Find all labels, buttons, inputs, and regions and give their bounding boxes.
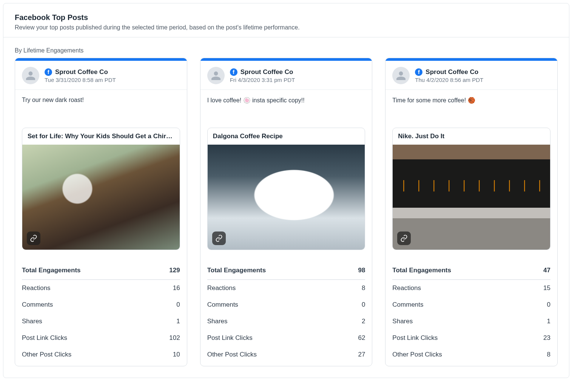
post-text: I love coffee! 🍥 insta specific copy!! (207, 97, 365, 125)
metric-label: Reactions (22, 284, 51, 292)
post-cards: f Sprout Coffee Co Tue 3/31/2020 8:58 am… (3, 58, 569, 378)
metric-comments: Comments 0 (392, 296, 550, 313)
facebook-icon: f (230, 68, 237, 76)
metric-comments: Comments 0 (207, 296, 365, 313)
post-timestamp: Fri 4/3/2020 3:31 pm PDT (230, 77, 295, 83)
post-timestamp: Tue 3/31/2020 8:58 am PDT (45, 77, 116, 83)
metric-value: 1 (547, 318, 550, 325)
link-icon (27, 231, 40, 245)
metric-post-link-clicks: Post Link Clicks 102 (22, 330, 180, 346)
metric-label: Shares (22, 318, 42, 325)
post-card[interactable]: f Sprout Coffee Co Fri 4/3/2020 3:31 pm … (200, 58, 373, 366)
metric-label: Shares (392, 318, 413, 325)
metric-value: 0 (362, 301, 365, 309)
metrics: Total Engagements 129 Reactions 16 Comme… (15, 257, 187, 366)
metric-reactions: Reactions 8 (207, 280, 365, 296)
metric-value: 16 (173, 284, 180, 292)
metric-comments: Comments 0 (22, 296, 180, 313)
link-preview[interactable]: Set for Life: Why Your Kids Should Get a… (22, 128, 180, 250)
account-name: Sprout Coffee Co (241, 68, 293, 76)
metric-value: 15 (543, 284, 550, 292)
metric-label: Total Engagements (207, 267, 266, 274)
link-icon (212, 231, 226, 245)
link-image (22, 145, 180, 250)
person-icon (210, 69, 222, 82)
link-title: Nike. Just Do It (393, 128, 550, 145)
metric-label: Post Link Clicks (207, 334, 253, 342)
metric-value: 102 (169, 334, 180, 342)
metric-label: Total Engagements (22, 267, 81, 274)
metric-total: Total Engagements 98 (207, 262, 365, 280)
person-icon (395, 69, 407, 82)
metric-value: 8 (362, 284, 365, 292)
metric-label: Total Engagements (392, 267, 451, 274)
metric-value: 47 (543, 267, 550, 274)
avatar (22, 67, 39, 84)
brand-bar (200, 58, 372, 61)
brand-bar (385, 58, 557, 61)
account-name: Sprout Coffee Co (55, 68, 108, 76)
card-header: f Sprout Coffee Co Thu 4/2/2020 8:56 am … (385, 61, 557, 90)
post-timestamp: Thu 4/2/2020 8:56 am PDT (415, 77, 483, 83)
panel-title: Facebook Top Posts (15, 13, 558, 22)
metric-shares: Shares 2 (207, 313, 365, 330)
metric-label: Comments (392, 301, 423, 309)
card-header: f Sprout Coffee Co Fri 4/3/2020 3:31 pm … (200, 61, 372, 90)
metric-value: 0 (176, 301, 180, 309)
metric-shares: Shares 1 (22, 313, 180, 330)
avatar (207, 67, 225, 84)
metric-label: Reactions (207, 284, 236, 292)
metric-post-link-clicks: Post Link Clicks 23 (392, 330, 550, 346)
panel-header: Facebook Top Posts Review your top posts… (3, 3, 569, 37)
metric-label: Comments (22, 301, 53, 309)
metric-label: Reactions (392, 284, 421, 292)
metric-reactions: Reactions 15 (392, 280, 550, 296)
metric-post-link-clicks: Post Link Clicks 62 (207, 330, 365, 346)
metric-other-post-clicks: Other Post Clicks 8 (392, 346, 550, 363)
metric-value: 98 (358, 267, 365, 274)
metric-label: Comments (207, 301, 238, 309)
facebook-icon: f (45, 68, 52, 76)
metric-value: 27 (358, 351, 365, 358)
metric-value: 1 (176, 318, 180, 325)
metrics: Total Engagements 98 Reactions 8 Comment… (200, 257, 372, 366)
panel-subtitle: Review your top posts published during t… (15, 24, 558, 31)
metric-reactions: Reactions 16 (22, 280, 180, 296)
top-posts-panel: Facebook Top Posts Review your top posts… (3, 3, 569, 378)
account-name: Sprout Coffee Co (426, 68, 478, 76)
metric-value: 129 (169, 267, 180, 274)
link-image (393, 145, 550, 250)
card-header: f Sprout Coffee Co Tue 3/31/2020 8:58 am… (15, 61, 187, 90)
facebook-icon: f (415, 68, 422, 76)
brand-bar (15, 58, 187, 61)
link-preview[interactable]: Dalgona Coffee Recipe (207, 128, 365, 250)
metric-value: 0 (547, 301, 550, 309)
post-body: Try our new dark roast! Set for Life: Wh… (15, 90, 187, 257)
avatar (392, 67, 410, 84)
person-icon (25, 69, 37, 82)
metric-label: Other Post Clicks (392, 351, 442, 358)
post-text: Time for some more coffee! 🏀 (392, 97, 550, 125)
post-body: I love coffee! 🍥 insta specific copy!! D… (200, 90, 372, 257)
metric-value: 2 (362, 318, 365, 325)
metric-other-post-clicks: Other Post Clicks 10 (22, 346, 180, 363)
metric-value: 62 (358, 334, 365, 342)
post-card[interactable]: f Sprout Coffee Co Tue 3/31/2020 8:58 am… (15, 58, 187, 366)
sort-label: By Lifetime Engagements (3, 37, 569, 58)
metric-label: Other Post Clicks (207, 351, 257, 358)
metric-value: 10 (173, 351, 180, 358)
metric-total: Total Engagements 129 (22, 262, 180, 280)
metric-label: Shares (207, 318, 228, 325)
link-preview[interactable]: Nike. Just Do It (392, 128, 550, 250)
metric-label: Other Post Clicks (22, 351, 71, 358)
metrics: Total Engagements 47 Reactions 15 Commen… (385, 257, 557, 366)
metric-label: Post Link Clicks (22, 334, 67, 342)
metric-label: Post Link Clicks (392, 334, 438, 342)
metric-shares: Shares 1 (392, 313, 550, 330)
post-text: Try our new dark roast! (22, 97, 180, 125)
post-card[interactable]: f Sprout Coffee Co Thu 4/2/2020 8:56 am … (385, 58, 558, 366)
post-body: Time for some more coffee! 🏀 Nike. Just … (385, 90, 557, 257)
account-line: f Sprout Coffee Co (415, 68, 483, 76)
account-line: f Sprout Coffee Co (45, 68, 116, 76)
metric-total: Total Engagements 47 (392, 262, 550, 280)
